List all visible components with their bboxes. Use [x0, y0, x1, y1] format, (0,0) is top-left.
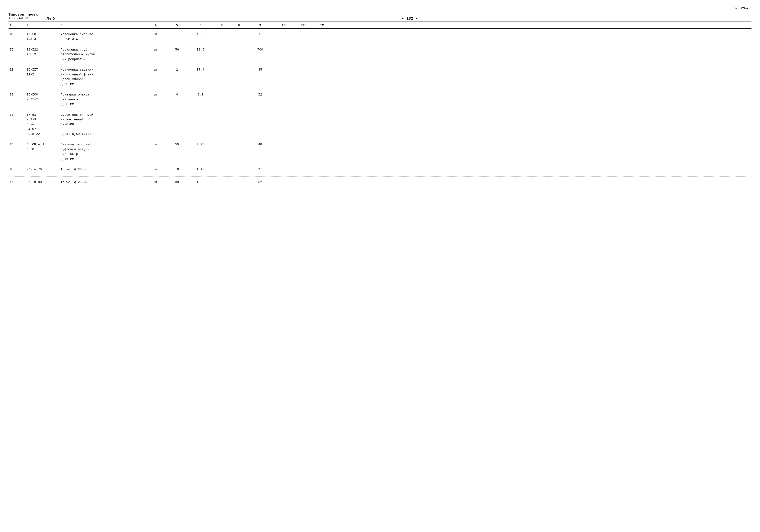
cell-col6: I7,4 — [188, 67, 213, 73]
cell-col6: I,63 — [188, 180, 213, 185]
cell-col7 — [213, 92, 230, 93]
cell-col4: шт — [145, 67, 166, 73]
col-header-6: 6 — [188, 24, 213, 27]
table-row: I3I6-I00 т.II-IПриварка фланца стального… — [9, 89, 751, 109]
cell-col3: Прокладка труб отопительных чугун- ных р… — [60, 47, 145, 63]
col-header-2: 2 — [25, 24, 60, 27]
cell-col2: I6-II7 I2-I — [25, 67, 60, 78]
cell-col1: I4 — [9, 112, 25, 118]
cell-col1: II — [9, 47, 25, 53]
table-row: I4I7-53 т.3-3 Пр-нт 24-07 п.I8-22Смесите… — [9, 109, 751, 139]
cell-col8 — [230, 92, 247, 93]
cell-col6: 4,59 — [188, 32, 213, 37]
cell-col2: -"- п.80 — [25, 180, 60, 185]
cell-col2: I8-I22 т.5-3 — [25, 47, 60, 58]
col-header-3: 3 — [60, 24, 145, 27]
cell-col13 — [333, 67, 346, 68]
cell-col2: Сб.СЦ ч.Ш п.78 — [25, 142, 60, 153]
table-row: I7-"- п.80То же, Д 25 ммшт38I,6362 — [9, 177, 751, 190]
cell-col9: 700 — [247, 47, 273, 53]
cell-col4: шт — [145, 32, 166, 37]
cell-col7 — [213, 142, 230, 143]
col-header-4: 4 — [145, 24, 166, 27]
cell-col11 — [294, 180, 311, 181]
column-headers: I 2 3 4 5 6 7 8 9 IO II I2 — [9, 22, 751, 28]
table-row: III8-I22 т.5-3Прокладка труб отопительны… — [9, 44, 751, 65]
cell-col5: 4 — [166, 92, 188, 98]
cell-col11 — [294, 142, 311, 143]
cell-col4: шт — [145, 167, 166, 173]
cell-col7 — [213, 180, 230, 181]
page: 20523-06 Типовой проект 214-1-309.85 Лл … — [9, 6, 751, 518]
cell-col9: 5 — [247, 32, 273, 37]
cell-col9: 2I — [247, 167, 273, 173]
cell-col11 — [294, 112, 311, 113]
cell-col9: 62 — [247, 180, 273, 185]
header-left: Типовой проект 214-1-309.85 — [9, 13, 40, 21]
cell-col10 — [273, 180, 294, 181]
cell-col4: шт — [145, 92, 166, 98]
cell-col4: шт — [145, 180, 166, 185]
cell-col1: Iб — [9, 167, 25, 173]
cell-col10 — [273, 67, 294, 68]
col-header-5: 5 — [166, 24, 188, 27]
cell-col3: Установка задвиж- ки чугунной флан- цево… — [60, 67, 145, 87]
cell-col8 — [230, 142, 247, 143]
cell-col2: I7-50 т.3-3 — [25, 32, 60, 42]
cell-col7 — [213, 167, 230, 168]
cell-col6: I2,5 — [188, 47, 213, 53]
col-header-12: I2 — [311, 24, 333, 27]
table-row: Iб-"- п.79То же, Д 20 ммштI8I,I72I — [9, 164, 751, 177]
cell-col1: I5 — [9, 142, 25, 148]
project-label: Типовой проект — [9, 13, 40, 17]
col-header-8: 8 — [230, 24, 247, 27]
cell-col5 — [166, 112, 188, 113]
cell-col10 — [273, 47, 294, 48]
cell-col1: I7 — [9, 180, 25, 185]
cell-col6 — [188, 112, 213, 113]
cell-col11 — [294, 47, 311, 48]
cell-col3: То же, Д 20 мм — [60, 167, 145, 173]
cell-col5: I8 — [166, 167, 188, 173]
col-header-11: II — [294, 24, 311, 27]
cell-col11 — [294, 67, 311, 68]
cell-col12 — [311, 167, 333, 168]
col-header-1: I — [9, 24, 25, 27]
cell-col5: 56 — [166, 47, 188, 53]
cell-col8 — [230, 180, 247, 181]
cell-col4 — [145, 112, 166, 113]
sheet-label: Лл У — [46, 17, 55, 21]
cell-col6: 0,95 — [188, 142, 213, 148]
cell-col5: 2 — [166, 67, 188, 73]
cell-col10 — [273, 142, 294, 143]
cell-col9: 35 — [247, 67, 273, 73]
cell-col3: Вентиль запорный муфтовый латун- ный I5Б… — [60, 142, 145, 162]
cell-col2: I6-I00 т.II-I — [25, 92, 60, 103]
cell-col10 — [273, 32, 294, 33]
cell-col12 — [311, 67, 333, 68]
cell-col3: Приварка фланца стального Д-50 мм — [60, 92, 145, 108]
cell-col12 — [311, 92, 333, 93]
table-row: I2I6-II7 I2-IУстановка задвиж- ки чугунн… — [9, 64, 751, 89]
cell-col6: I,I7 — [188, 167, 213, 173]
cell-col7 — [213, 32, 230, 33]
cell-col10 — [273, 167, 294, 168]
cell-col13 — [333, 142, 346, 143]
header-block: Типовой проект 214-1-309.85 Лл У - 132 - — [9, 13, 751, 22]
cell-col7 — [213, 112, 230, 113]
cell-col12 — [311, 180, 333, 181]
cell-col12 — [311, 47, 333, 48]
doc-number: 20523-06 — [9, 6, 751, 11]
cell-col5: I — [166, 32, 188, 37]
cell-col13 — [333, 47, 346, 48]
cell-col13 — [333, 112, 346, 113]
cell-col12 — [311, 112, 333, 113]
cell-col9: 48 — [247, 142, 273, 148]
col-header-7: 7 — [213, 24, 230, 27]
cell-col3: Смеситель для мой- ки настенный СМ-М-ИН … — [60, 112, 145, 137]
cell-col8 — [230, 167, 247, 168]
cell-col8 — [230, 47, 247, 48]
table-row: I5Сб.СЦ ч.Ш п.78Вентиль запорный муфтовы… — [9, 139, 751, 164]
cell-col6: 2,9 — [188, 92, 213, 98]
cell-col11 — [294, 32, 311, 33]
